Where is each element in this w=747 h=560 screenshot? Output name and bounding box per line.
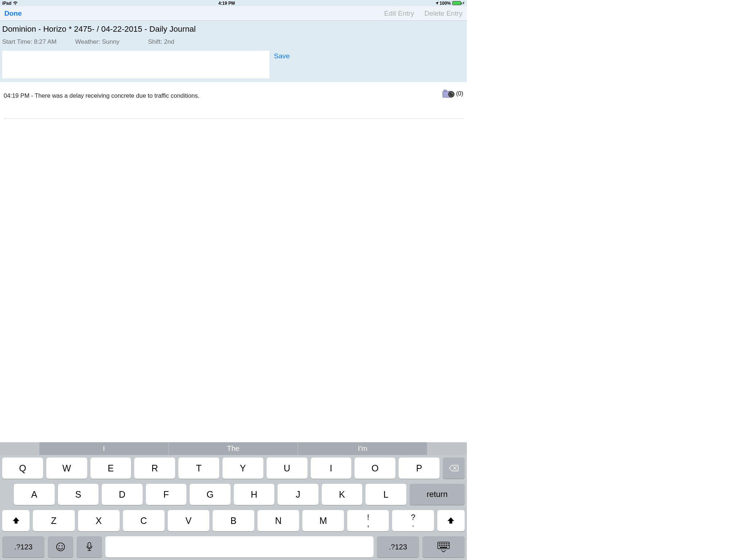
wifi-icon (13, 1, 18, 5)
entry-text: 04:19 PM - There was a delay receiving c… (4, 92, 463, 99)
battery-percent: 100% (440, 1, 451, 6)
entry-row: 04:19 PM - There was a delay receiving c… (0, 82, 467, 118)
photo-count: (0) (456, 90, 463, 97)
weather: Weather: Sunny (75, 38, 148, 46)
delete-entry-button[interactable]: Delete Entry (424, 9, 462, 18)
charging-icon: ⚡︎ (462, 1, 465, 5)
svg-point-5 (452, 93, 453, 94)
edit-entry-button[interactable]: Edit Entry (384, 9, 414, 18)
done-button[interactable]: Done (4, 9, 22, 18)
meta-line: Start Time: 8:27 AM Weather: Sunny Shift… (2, 38, 465, 46)
clock: 4:19 PM (18, 1, 435, 6)
status-bar: iPad 4:19 PM 100% ⚡︎ (0, 0, 467, 6)
journal-header: Dominion - Horizo * 2475- / 04-22-2015 -… (0, 21, 467, 82)
save-button[interactable]: Save (270, 51, 290, 60)
location-icon (435, 1, 439, 5)
start-time: Start Time: 8:27 AM (2, 38, 75, 46)
camera-icon (442, 89, 456, 99)
photo-button[interactable]: (0) (442, 89, 463, 99)
svg-rect-1 (444, 90, 447, 92)
nav-bar: Done Edit Entry Delete Entry (0, 6, 467, 21)
battery-icon (452, 1, 461, 5)
shift: Shift: 2nd (148, 38, 174, 46)
page-title: Dominion - Horizo * 2475- / 04-22-2015 -… (2, 23, 465, 38)
device-label: iPad (2, 1, 11, 6)
entry-textarea[interactable] (2, 51, 270, 78)
divider (4, 118, 463, 119)
